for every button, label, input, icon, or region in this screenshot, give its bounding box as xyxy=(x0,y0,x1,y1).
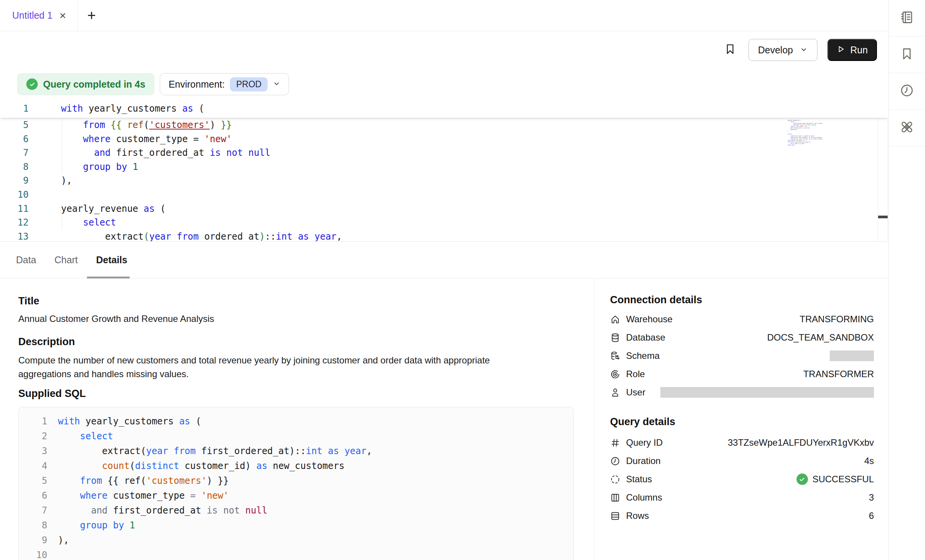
detail-value-text: TRANSFORMER xyxy=(803,369,874,379)
line-number: 6 xyxy=(0,132,29,146)
code-token: ) xyxy=(259,231,265,242)
detail-label: Columns xyxy=(626,492,662,503)
editor-tabstrip: Untitled 1 × + xyxy=(0,0,888,31)
query-status-pill: Query completed in 4s xyxy=(17,73,154,95)
detail-value: 4s xyxy=(864,456,874,466)
code-token: new_customers xyxy=(267,461,344,471)
editor-line[interactable]: 11yearly_revenue as ( xyxy=(0,202,888,216)
code-token: first_ordered_at xyxy=(111,147,210,158)
line-number: 5 xyxy=(0,118,29,132)
code-token xyxy=(292,231,298,242)
line-number: 13 xyxy=(0,230,29,242)
line-number: 7 xyxy=(0,146,29,160)
editor-line[interactable]: 13 extract(year from ordered_at)::int as… xyxy=(0,230,888,242)
query-status-message: Query completed in 4s xyxy=(43,79,145,90)
line-number: 11 xyxy=(0,202,29,216)
code-line: with yearly_customers as ( xyxy=(29,100,204,118)
editor-line[interactable]: 6 where customer_type = 'new' xyxy=(0,132,888,146)
detail-value-text: 33TZseWpe1ALFDUYerxR1gVKxbv xyxy=(728,437,874,448)
hash-icon xyxy=(610,438,620,448)
line-number: 5 xyxy=(19,474,47,488)
bookmark-query-button[interactable] xyxy=(722,42,739,58)
close-tab-icon[interactable]: × xyxy=(59,10,66,21)
line-number: 8 xyxy=(0,160,29,174)
success-check-icon xyxy=(797,474,808,485)
code-token: null xyxy=(248,147,270,158)
query-row-columns: Columns3 xyxy=(610,488,874,507)
line-number: 2 xyxy=(19,429,47,444)
code-line xyxy=(47,548,58,560)
tab-data[interactable]: Data xyxy=(16,254,36,266)
editor-line[interactable]: 7 and first_ordered_at is not null xyxy=(0,146,888,160)
code-token: ) xyxy=(210,120,215,130)
editor-line[interactable]: 12 select xyxy=(0,216,888,230)
supplied-sql-line: 10 xyxy=(19,548,573,560)
code-token xyxy=(111,162,116,172)
code-token xyxy=(58,431,80,442)
code-line: select xyxy=(29,216,116,230)
editor-line[interactable]: 8 group by 1 xyxy=(0,160,888,174)
bookmark-icon xyxy=(900,47,914,62)
code-token: yearly_customers xyxy=(80,416,179,427)
develop-dropdown-button[interactable]: Develop xyxy=(748,39,817,61)
code-line: extract(year from first_ordered_at)::int… xyxy=(47,444,372,459)
code-token: select xyxy=(80,431,113,442)
indent-guide xyxy=(62,146,62,160)
code-line: yearly_revenue as ( xyxy=(29,202,166,216)
editor-line[interactable]: 10 xyxy=(0,188,888,202)
code-token xyxy=(58,520,80,531)
supplied-sql-line: 1with yearly_customers as ( xyxy=(19,414,573,429)
status-row: Query completed in 4s Environment: PROD xyxy=(17,73,289,95)
editor-line[interactable]: 5 from {{ ref('customers') }} xyxy=(0,118,888,132)
tab-details[interactable]: Details xyxy=(96,254,127,266)
code-token: as xyxy=(256,461,267,471)
sql-code-editor[interactable]: 5 from {{ ref('customers') }}6 where cus… xyxy=(0,100,888,242)
editor-lines: 5 from {{ ref('customers') }}6 where cus… xyxy=(0,118,888,242)
notebook-panel-button[interactable] xyxy=(889,0,925,37)
run-button[interactable]: Run xyxy=(827,39,877,61)
bookmarks-panel-button[interactable] xyxy=(889,37,925,73)
tab-chart[interactable]: Chart xyxy=(55,254,78,266)
redacted-value xyxy=(830,350,874,361)
code-token: from xyxy=(83,120,105,130)
code-token: yearly_customers xyxy=(83,103,182,114)
schema-icon xyxy=(610,351,620,361)
code-token: ), xyxy=(61,175,72,186)
supplied-sql-line: 3 extract(year from first_ordered_at)::i… xyxy=(19,444,573,459)
code-token: where xyxy=(83,134,111,144)
code-token xyxy=(240,505,245,516)
database-icon xyxy=(610,333,620,343)
bookmark-icon xyxy=(724,43,736,57)
compass-sparkle-icon xyxy=(900,120,914,136)
code-token: as xyxy=(179,416,190,427)
spinner-icon xyxy=(610,474,620,485)
code-token xyxy=(309,231,314,242)
chevron-down-icon xyxy=(273,80,280,89)
results-tabbar: Data Chart Details xyxy=(0,242,888,278)
indent-guide xyxy=(62,132,62,146)
code-line: with yearly_customers as ( xyxy=(47,414,201,429)
detail-value-text: TRANSFORMING xyxy=(800,314,874,325)
code-token: select xyxy=(83,217,116,228)
code-token: as xyxy=(182,103,193,114)
code-token: ( xyxy=(155,203,166,214)
history-panel-button[interactable] xyxy=(889,73,925,110)
code-token: customer_type = xyxy=(111,134,204,144)
assist-panel-button[interactable] xyxy=(889,110,925,146)
code-token xyxy=(221,147,226,158)
connection-row-warehouse: WarehouseTRANSFORMING xyxy=(610,310,874,328)
code-token: ), xyxy=(58,535,69,546)
line-number: 1 xyxy=(19,414,47,429)
new-tab-button[interactable]: + xyxy=(78,0,105,31)
tab-untitled-1[interactable]: Untitled 1 × xyxy=(0,0,78,31)
code-token: from xyxy=(177,231,199,242)
code-token xyxy=(61,147,94,158)
code-token: as xyxy=(144,203,155,214)
code-token: ( xyxy=(144,231,149,242)
code-token: ( xyxy=(193,103,204,114)
indent-guide xyxy=(62,160,62,174)
environment-selector[interactable]: Environment: PROD xyxy=(160,73,289,95)
code-token xyxy=(122,120,127,130)
editor-line[interactable]: 9), xyxy=(0,174,888,188)
run-label: Run xyxy=(850,45,868,56)
